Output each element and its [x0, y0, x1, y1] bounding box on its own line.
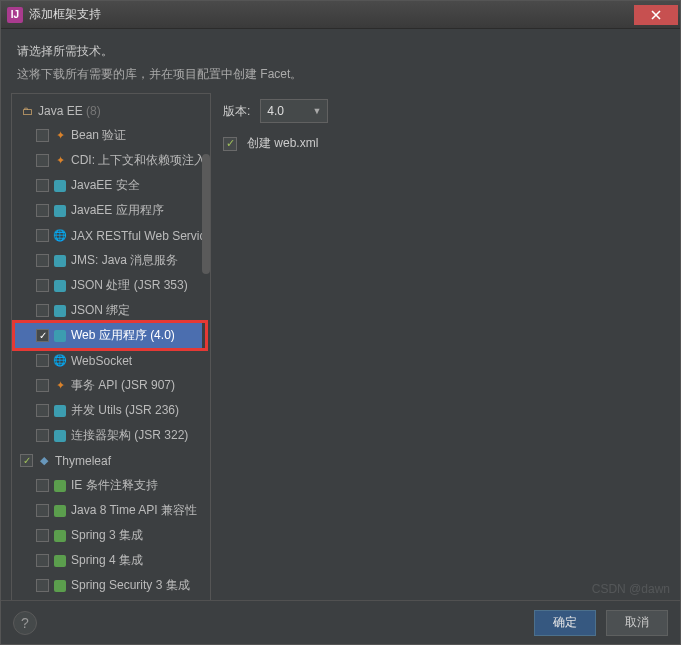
checkbox[interactable]	[36, 304, 49, 317]
tree-item[interactable]: Web 应用程序 (4.0)	[12, 323, 210, 348]
tree-item-label: IE 条件注释支持	[71, 477, 158, 494]
cancel-button[interactable]: 取消	[606, 610, 668, 636]
tree-item[interactable]: ✦Bean 验证	[12, 123, 210, 148]
tree-item[interactable]: IE 条件注释支持	[12, 473, 210, 498]
tree-item-label: Spring 3 集成	[71, 527, 143, 544]
tree-item-label: JMS: Java 消息服务	[71, 252, 178, 269]
tree-item-label: JSON 绑定	[71, 302, 130, 319]
tree-item-label: JSON 处理 (JSR 353)	[71, 277, 188, 294]
checkbox[interactable]	[36, 404, 49, 417]
plugin-icon	[53, 479, 67, 493]
tree-item-label: Spring Security 3 集成	[71, 577, 190, 594]
tree-item-label: CDI: 上下文和依赖项注入	[71, 152, 206, 169]
tree-item-label: JavaEE 应用程序	[71, 202, 164, 219]
tree-item-label: Java EE (8)	[38, 104, 101, 118]
bean-icon: ✦	[53, 129, 67, 143]
checkbox[interactable]	[36, 229, 49, 242]
checkbox[interactable]	[36, 129, 49, 142]
checkbox[interactable]	[36, 504, 49, 517]
checkbox[interactable]	[36, 354, 49, 367]
tree-item-label: Web 应用程序 (4.0)	[71, 327, 175, 344]
tree-item[interactable]: JSON 绑定	[12, 298, 210, 323]
tree-item[interactable]: Java 8 Time API 兼容性	[12, 498, 210, 523]
module-icon: ◆	[37, 454, 51, 468]
checkbox[interactable]	[36, 329, 49, 342]
tree-item-label: JavaEE 安全	[71, 177, 140, 194]
checkbox[interactable]	[20, 454, 33, 467]
tree-item-label: Bean 验证	[71, 127, 126, 144]
globe-icon: 🌐	[53, 354, 67, 368]
tree-item[interactable]: JavaEE 应用程序	[12, 198, 210, 223]
detail-pane: 版本: 4.0 ▼ 创建 web.xml	[211, 93, 670, 603]
facet-icon	[53, 279, 67, 293]
close-icon	[651, 10, 661, 20]
version-dropdown[interactable]: 4.0 ▼	[260, 99, 328, 123]
tree-item[interactable]: Spring Security 3 集成	[12, 573, 210, 598]
tree-root-thymeleaf[interactable]: ◆Thymeleaf	[12, 448, 210, 473]
checkbox[interactable]	[36, 279, 49, 292]
checkbox[interactable]	[36, 254, 49, 267]
version-value: 4.0	[267, 104, 284, 118]
chevron-down-icon: ▼	[312, 106, 321, 116]
facet-icon	[53, 304, 67, 318]
tree-item[interactable]: 连接器架构 (JSR 322)	[12, 423, 210, 448]
window-title: 添加框架支持	[29, 6, 101, 23]
facet-icon	[53, 329, 67, 343]
tree-item[interactable]: ✦事务 API (JSR 907)	[12, 373, 210, 398]
plugin-icon	[53, 529, 67, 543]
tree-item-label: Java 8 Time API 兼容性	[71, 502, 197, 519]
tree-item-label: WebSocket	[71, 354, 132, 368]
plugin-icon	[53, 504, 67, 518]
dialog-footer: ? 确定 取消	[1, 600, 680, 644]
tree-item[interactable]: JSON 处理 (JSR 353)	[12, 273, 210, 298]
bean-icon: ✦	[53, 154, 67, 168]
tree-item[interactable]: Spring 3 集成	[12, 523, 210, 548]
tree-item-label: 并发 Utils (JSR 236)	[71, 402, 179, 419]
tree-item[interactable]: JavaEE 安全	[12, 173, 210, 198]
checkbox[interactable]	[36, 579, 49, 592]
checkbox[interactable]	[36, 554, 49, 567]
plugin-icon	[53, 579, 67, 593]
checkbox[interactable]	[36, 179, 49, 192]
scrollbar-thumb[interactable]	[202, 154, 210, 274]
plugin-icon	[53, 554, 67, 568]
tree-item-label: 连接器架构 (JSR 322)	[71, 427, 188, 444]
folder-icon: 🗀	[20, 104, 34, 118]
tree-item[interactable]: ✦CDI: 上下文和依赖项注入	[12, 148, 210, 173]
tree-root-javaee[interactable]: 🗀Java EE (8)	[12, 98, 210, 123]
scrollbar-track[interactable]	[202, 94, 210, 602]
tree-item-label: 事务 API (JSR 907)	[71, 377, 175, 394]
facet-icon	[53, 429, 67, 443]
tree-item[interactable]: 🌐WebSocket	[12, 348, 210, 373]
checkbox[interactable]	[36, 154, 49, 167]
ok-button[interactable]: 确定	[534, 610, 596, 636]
tree-item[interactable]: JMS: Java 消息服务	[12, 248, 210, 273]
create-webxml-checkbox[interactable]	[223, 137, 237, 151]
tree-item[interactable]: 🌐JAX RESTful Web Services	[12, 223, 210, 248]
tree-item-label: Spring 4 集成	[71, 552, 143, 569]
checkbox[interactable]	[36, 429, 49, 442]
app-icon: IJ	[7, 7, 23, 23]
titlebar: IJ 添加框架支持	[1, 1, 680, 29]
framework-tree[interactable]: 🗀Java EE (8)✦Bean 验证✦CDI: 上下文和依赖项注入JavaE…	[11, 93, 211, 603]
tree-item[interactable]: 并发 Utils (JSR 236)	[12, 398, 210, 423]
globe-icon: 🌐	[53, 229, 67, 243]
checkbox[interactable]	[36, 204, 49, 217]
create-webxml-label: 创建 web.xml	[247, 135, 318, 152]
checkbox[interactable]	[36, 379, 49, 392]
checkbox[interactable]	[36, 479, 49, 492]
facet-icon	[53, 254, 67, 268]
version-label: 版本:	[223, 103, 250, 120]
help-button[interactable]: ?	[13, 611, 37, 635]
header-subtitle: 这将下载所有需要的库，并在项目配置中创建 Facet。	[17, 66, 664, 83]
dialog-window: IJ 添加框架支持 请选择所需技术。 这将下载所有需要的库，并在项目配置中创建 …	[0, 0, 681, 645]
facet-icon	[53, 404, 67, 418]
close-button[interactable]	[634, 5, 678, 25]
checkbox[interactable]	[36, 529, 49, 542]
facet-icon	[53, 179, 67, 193]
tree-item-label: JAX RESTful Web Services	[71, 229, 211, 243]
bean-icon: ✦	[53, 379, 67, 393]
facet-icon	[53, 204, 67, 218]
tree-item-label: Thymeleaf	[55, 454, 111, 468]
tree-item[interactable]: Spring 4 集成	[12, 548, 210, 573]
